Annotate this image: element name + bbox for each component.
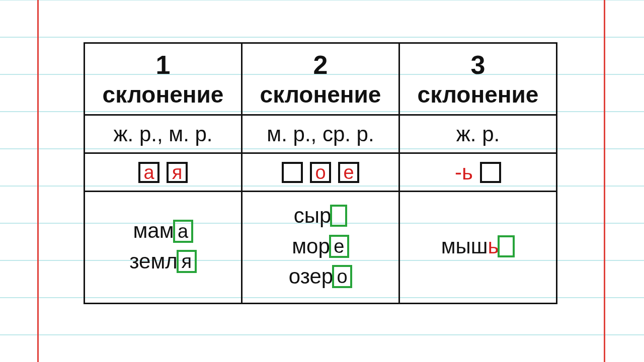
declension-number: 1 (85, 49, 241, 80)
example-word: земля (88, 248, 238, 276)
declension-number: 3 (400, 49, 556, 80)
example-word: море (246, 233, 395, 260)
endings-cell-1: ая (85, 153, 242, 192)
endings-cell-3: -ь (399, 153, 557, 192)
col-header-2: 2склонение (242, 43, 399, 115)
declension-label: склонение (400, 81, 556, 109)
word-stem: земл (129, 248, 178, 276)
example-word: мама (88, 217, 238, 245)
declension-table: 1склонение2склонение3склонение ж. р., м.… (84, 42, 557, 304)
example-word: сыр (246, 202, 395, 230)
suffix-box: а (173, 220, 193, 243)
ending-box (282, 162, 303, 183)
rule-line (0, 0, 644, 1)
suffix-box: е (329, 235, 349, 258)
examples-cell-3: мышь (399, 192, 557, 304)
word-stem: озер (289, 263, 333, 291)
word-stem: мыш (441, 233, 488, 260)
margin-line (37, 0, 39, 362)
word-stem: сыр (294, 202, 332, 230)
ending-box (480, 162, 501, 183)
ending-box: о (310, 162, 331, 183)
suffix-box (498, 235, 515, 257)
gender-cell-2: м. р., ср. р. (242, 115, 399, 153)
examples-cell-2: сырмореозеро (242, 192, 399, 304)
word-stem: мам (133, 217, 174, 245)
col-header-1: 1склонение (85, 43, 242, 115)
margin-line (604, 0, 605, 362)
endings-cell-2: ое (242, 153, 399, 192)
ending-box: е (338, 162, 359, 183)
example-word: мышь (403, 233, 553, 260)
suffix-box: о (332, 265, 352, 288)
gender-cell-1: ж. р., м. р. (85, 115, 242, 153)
col-header-3: 3склонение (399, 43, 557, 115)
ending-text: -ь (455, 160, 473, 185)
word-stem: мор (292, 233, 330, 260)
rule-line (0, 334, 644, 335)
declension-number: 2 (243, 49, 398, 80)
gender-cell-3: ж. р. (399, 115, 557, 153)
examples-cell-1: мамаземля (85, 192, 242, 304)
example-word: озеро (246, 263, 395, 291)
declension-label: склонение (243, 81, 398, 109)
suffix-box: я (177, 250, 197, 273)
suffix-box (330, 205, 347, 227)
soft-sign: ь (488, 233, 499, 260)
declension-label: склонение (85, 81, 241, 109)
rule-line (0, 37, 644, 38)
ending-box: я (167, 162, 188, 183)
ending-box: а (138, 162, 159, 183)
